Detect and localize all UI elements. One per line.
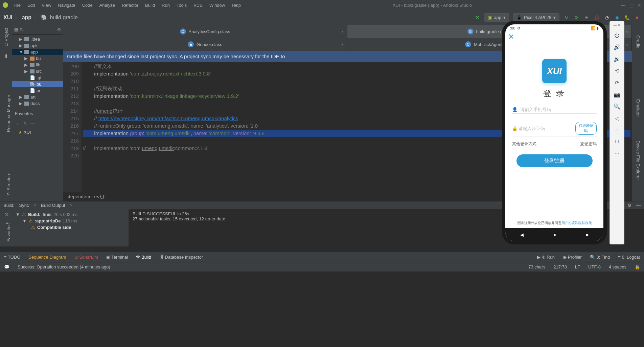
minimize-icon[interactable]: — (636, 203, 641, 208)
debug-icon[interactable]: 🐞 (593, 14, 600, 21)
hammer-icon[interactable]: ⚒ (474, 14, 481, 21)
stop-icon[interactable]: ■ (634, 14, 641, 21)
coverage-icon[interactable]: ◔ (603, 14, 610, 21)
phone-screen[interactable]: :00 ⚙ 📶 ▮ ✕ XUI 登 录 👤 🔒 获取验证码 其他登录方式 (505, 24, 603, 241)
device-dropdown[interactable]: 📱 Pixel 4 API 28 ▾ (513, 13, 559, 22)
tool-project[interactable]: 1: Project (4, 28, 9, 46)
phone-input[interactable] (520, 107, 597, 112)
tool-sonarlint[interactable]: ⊘ SonarLint (74, 255, 98, 260)
build-tab-output[interactable]: Build Output (41, 203, 65, 208)
hammer-icon[interactable]: ⚒ (5, 212, 9, 217)
build-tree-item[interactable]: ⚠Compatible side (16, 224, 127, 231)
power-icon[interactable]: ⏻ (614, 32, 620, 39)
tool-gradle[interactable]: Gradle (636, 35, 641, 48)
other-login-link[interactable]: 其他登录方式 (512, 141, 536, 147)
menu-vcs[interactable]: VCS (191, 2, 205, 8)
code-input[interactable] (519, 126, 575, 131)
editor-tab[interactable]: EGender.class× (63, 38, 347, 51)
run-config-dropdown[interactable]: ▣ app ▾ (484, 13, 509, 22)
menu-help[interactable]: Help (229, 2, 244, 8)
tos-link[interactable]: 用户协议 (561, 221, 575, 225)
tree-item-.idea[interactable]: ▶.idea (12, 36, 63, 42)
tree-item-.gi[interactable]: 📄.gi (12, 74, 63, 81)
emu-min-icon[interactable]: — ✕ (614, 23, 621, 27)
tool-db-inspector[interactable]: 🗄 Database Inspector (159, 255, 203, 260)
tool-run[interactable]: ▶ 4: Run (537, 255, 555, 260)
project-tree[interactable]: ▶.idea▶apk▼app▶bu▶lib▶src📄.gi🐘bu📄pr▶art▶… (12, 35, 63, 108)
event-log-icon[interactable]: 💬 (4, 264, 9, 269)
menu-navigate[interactable]: Navigate (55, 2, 78, 8)
folder-icon[interactable]: ▮ (5, 53, 7, 58)
privacy-link[interactable]: 隐私政策 (578, 221, 592, 225)
build-tree-item[interactable]: ▼⚠Build: finis 26 s 603 ms (16, 211, 127, 218)
tab-close-icon[interactable]: × (70, 203, 73, 208)
tab-close-icon[interactable]: × (625, 29, 628, 34)
tool-resource-manager[interactable]: Resource Manager (6, 95, 11, 132)
forgot-password-link[interactable]: 忘记密码 (580, 141, 597, 147)
back-icon[interactable]: ◀ (520, 232, 524, 237)
tree-item-art[interactable]: ▶art (12, 94, 63, 100)
close-icon[interactable]: ✕ (505, 32, 603, 42)
camera-icon[interactable]: 📷 (614, 91, 620, 98)
menu-build[interactable]: Build (142, 2, 158, 8)
login-button[interactable]: 登录/注册 (516, 154, 593, 167)
tool-device-file-explorer[interactable]: Device File Explorer (636, 140, 641, 180)
home-icon[interactable]: ● (553, 232, 556, 237)
max-icon[interactable]: ▢ (629, 3, 634, 8)
menu-run[interactable]: Run (159, 2, 172, 8)
tool-logcat[interactable]: ≡ 6: Logcat (618, 255, 640, 260)
emu-back-icon[interactable]: ◁ (615, 115, 619, 122)
fav-remove-icon[interactable]: — (30, 121, 35, 127)
fav-edit-icon[interactable]: ✎ (23, 121, 27, 127)
tool-sequence-diagram[interactable]: Sequence Diagram (28, 255, 66, 260)
more-icon[interactable]: ⋯ (614, 150, 620, 156)
tree-item-pr[interactable]: 📄pr (12, 87, 63, 94)
emu-recent-icon[interactable]: □ (615, 138, 619, 145)
rotate-left-icon[interactable]: ⟲ (615, 68, 619, 74)
volume-up-icon[interactable]: 🔊 (614, 44, 620, 50)
target-icon[interactable]: ⊕ (57, 27, 61, 32)
recent-icon[interactable]: ■ (586, 232, 589, 237)
tree-item-app[interactable]: ▼app (12, 49, 63, 55)
tool-favorites[interactable]: Favorites (6, 223, 11, 241)
run-icon[interactable]: ↻ (563, 14, 570, 21)
tool-structure[interactable]: Z: Structure (6, 173, 11, 196)
tool-terminal[interactable]: ▣ Terminal (106, 255, 128, 260)
emu-home-icon[interactable]: ○ (615, 127, 619, 133)
menu-tools[interactable]: Tools (174, 2, 189, 8)
menu-analyze[interactable]: Analyze (97, 2, 118, 8)
crumb-file[interactable]: build.gradle (50, 15, 78, 21)
project-view-icon[interactable]: ▤ (14, 27, 18, 32)
android-bug-icon[interactable]: 🐛 (624, 14, 630, 21)
fav-item[interactable]: XUI (24, 130, 31, 135)
tool-find[interactable]: 🔍 3: Find (590, 255, 610, 260)
menu-file[interactable]: File (11, 2, 23, 8)
tool-build[interactable]: ⚒ Build (136, 255, 151, 260)
profiler-icon[interactable]: ◉ (614, 14, 620, 21)
crumb-module[interactable]: app (22, 15, 31, 21)
crumb-root[interactable]: XUI (3, 15, 13, 21)
tree-item-lib[interactable]: ▶lib (12, 62, 63, 68)
tool-profiler[interactable]: ◉ Profiler (563, 255, 582, 260)
status-indent[interactable]: 4 spaces (609, 264, 626, 269)
lock-icon[interactable]: 🔒 (635, 264, 640, 269)
tree-item-src[interactable]: ▶src (12, 68, 63, 74)
menu-refactor[interactable]: Refactor (119, 2, 141, 8)
build-tab-sync[interactable]: Sync (19, 203, 29, 208)
editor-tab[interactable]: CAnalyticsConfig.class× (63, 25, 347, 38)
menu-window[interactable]: Window (207, 2, 228, 8)
build-tree-item[interactable]: ▼⚠:app:stripDe 116 ms (16, 218, 127, 224)
close-icon[interactable]: ✕ (638, 3, 641, 8)
tree-item-docs[interactable]: ▶docs (12, 100, 63, 107)
rotate-right-icon[interactable]: ⟳ (615, 80, 619, 86)
tab-close-icon[interactable]: × (625, 42, 628, 47)
menu-code[interactable]: Code (79, 2, 95, 8)
tool-emulator[interactable]: Emulator (636, 99, 641, 117)
debug-step-icon[interactable]: ≡ (583, 14, 590, 21)
tab-close-icon[interactable]: × (341, 29, 344, 34)
status-line-ending[interactable]: LF (575, 264, 580, 269)
tree-item-bu[interactable]: 🐘bu (12, 81, 63, 87)
fav-add-icon[interactable]: ＋ (16, 121, 20, 127)
tab-close-icon[interactable]: × (341, 42, 344, 47)
zoom-icon[interactable]: 🔍 (614, 103, 620, 110)
